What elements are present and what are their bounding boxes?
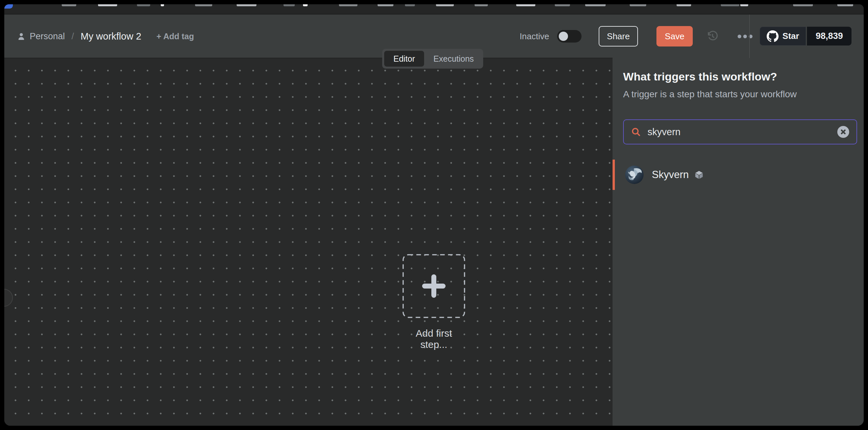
tab-fragment <box>195 4 212 6</box>
tab-editor[interactable]: Editor <box>384 51 424 67</box>
breadcrumb-owner[interactable]: Personal <box>30 31 65 41</box>
tab-fragment <box>516 4 535 6</box>
breadcrumb-separator: / <box>72 31 74 41</box>
tab-fragment <box>740 4 748 6</box>
skyvern-logo-icon <box>625 165 644 184</box>
view-tabs: Editor Executions <box>382 49 483 69</box>
tab-fragment <box>339 4 358 6</box>
result-name: Skyvern <box>652 169 689 181</box>
save-button[interactable]: Save <box>656 26 693 46</box>
sidebar-expand-handle[interactable] <box>4 289 13 307</box>
tab-fragment <box>474 4 488 6</box>
more-options-icon[interactable] <box>738 35 752 38</box>
header-bottom-border <box>4 58 613 58</box>
header-divider <box>749 14 750 58</box>
tab-fragment <box>137 4 150 6</box>
github-icon <box>767 30 779 42</box>
github-star-widget: Star 98,839 <box>760 27 851 45</box>
tab-fragment <box>237 4 256 6</box>
tab-fragment <box>837 4 853 6</box>
add-first-step-label: Add first step... <box>402 328 465 350</box>
browser-tab-strip <box>4 4 864 14</box>
result-hover-indicator <box>613 160 615 190</box>
history-icon[interactable] <box>707 30 718 42</box>
workflow-status-label: Inactive <box>520 31 549 41</box>
tab-fragment <box>721 4 739 6</box>
add-first-step-button[interactable] <box>402 254 465 318</box>
clear-search-icon[interactable] <box>837 126 849 138</box>
node-search-box <box>623 120 857 144</box>
user-icon <box>17 32 26 41</box>
tab-fragment <box>303 4 308 6</box>
tab-fragment <box>405 4 415 6</box>
github-star-button[interactable]: Star <box>760 27 806 45</box>
tab-fragment <box>283 4 295 6</box>
share-button[interactable]: Share <box>599 26 638 46</box>
app-window: Personal / My workflow 2 + Add tag Inact… <box>4 4 864 426</box>
result-row-skyvern[interactable]: Skyvern <box>613 160 864 190</box>
tab-fragment <box>436 4 454 6</box>
github-star-count[interactable]: 98,839 <box>807 27 851 45</box>
community-node-icon <box>694 170 704 180</box>
tab-fragment <box>677 4 691 6</box>
search-icon <box>631 127 641 137</box>
workflow-title[interactable]: My workflow 2 <box>81 31 141 42</box>
header-controls: Inactive Share Save <box>520 14 752 58</box>
toggle-knob <box>559 32 568 41</box>
browser-corner-accent <box>4 4 13 8</box>
tab-fragment <box>378 4 394 6</box>
trigger-panel: What triggers this workflow? A trigger i… <box>613 58 864 426</box>
tab-fragment <box>585 4 606 6</box>
panel-title: What triggers this workflow? <box>623 70 857 83</box>
tab-fragment <box>793 4 813 6</box>
tab-fragment <box>62 4 76 6</box>
tab-fragment <box>630 4 646 6</box>
search-results: Skyvern <box>613 160 864 190</box>
breadcrumb: Personal / My workflow 2 + Add tag <box>17 14 194 58</box>
search-input[interactable] <box>648 127 837 137</box>
tab-fragment <box>555 4 570 6</box>
tab-executions[interactable]: Executions <box>424 51 483 67</box>
active-toggle[interactable] <box>557 30 582 42</box>
panel-subtitle: A trigger is a step that starts your wor… <box>623 89 857 100</box>
add-tag-button[interactable]: + Add tag <box>156 32 194 41</box>
plus-icon <box>431 274 436 298</box>
workflow-canvas[interactable]: Add first step... <box>4 58 613 426</box>
github-star-label: Star <box>782 31 799 41</box>
tab-fragment <box>98 4 117 6</box>
tab-fragment <box>161 4 164 6</box>
